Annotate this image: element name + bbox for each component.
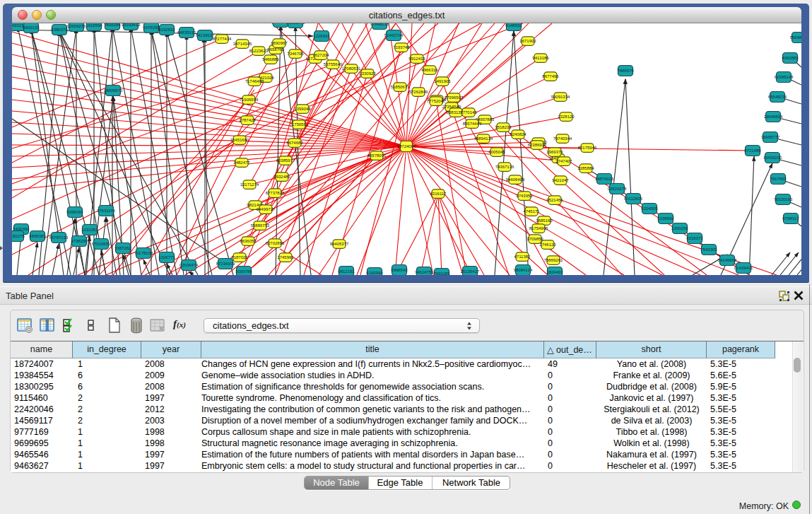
svg-text:3685160: 3685160 [536,218,553,223]
svg-text:9600133: 9600133 [23,25,40,30]
svg-text:2260256: 2260256 [671,226,688,230]
svg-text:55698169: 55698169 [790,35,801,40]
svg-text:6204505: 6204505 [641,206,658,211]
svg-text:4745171: 4745171 [523,209,540,214]
svg-text:00524278: 00524278 [608,187,627,191]
svg-text:79740344: 79740344 [553,136,572,141]
svg-text:81754965: 81754965 [529,226,548,230]
svg-text:85574443: 85574443 [463,122,482,126]
svg-text:53755646: 53755646 [324,62,343,66]
svg-text:62702895: 62702895 [266,241,285,245]
svg-text:76320163: 76320163 [774,197,793,201]
svg-text:17080531: 17080531 [342,66,361,71]
svg-text:96405377: 96405377 [330,242,349,246]
svg-text:7889579: 7889579 [617,69,634,73]
svg-text:86578091: 86578091 [367,153,387,158]
svg-text:9636057: 9636057 [240,239,257,243]
svg-text:15451680: 15451680 [230,138,249,142]
svg-text:7991183: 7991183 [434,271,451,275]
svg-text:55886753: 55886753 [251,223,270,228]
svg-text:6475255: 6475255 [143,25,160,30]
svg-text:61595148: 61595148 [775,75,794,79]
svg-text:1745961: 1745961 [277,255,294,259]
svg-text:57262849: 57262849 [409,90,428,94]
svg-text:8721489: 8721489 [744,148,761,153]
svg-text:1627204: 1627204 [312,53,329,57]
svg-text:80112805: 80112805 [624,197,643,201]
svg-text:5466889: 5466889 [262,57,279,62]
svg-text:1491905: 1491905 [434,79,451,83]
svg-text:37996507: 37996507 [445,95,464,100]
svg-text:0330923: 0330923 [359,71,376,76]
svg-text:74367136: 74367136 [495,165,514,169]
svg-text:4711382: 4711382 [514,255,531,259]
svg-text:3158692: 3158692 [657,216,674,221]
svg-text:2328120: 2328120 [558,115,575,119]
svg-text:62386922: 62386922 [528,143,547,147]
svg-text:71756551: 71756551 [290,122,309,127]
svg-text:49894134: 49894134 [474,136,493,141]
svg-text:18724007: 18724007 [397,144,416,148]
svg-text:3709859: 3709859 [526,237,543,241]
svg-text:1746120: 1746120 [539,243,556,247]
svg-text:96532871: 96532871 [286,23,305,25]
svg-text:28809570: 28809570 [104,88,123,93]
svg-text:7816184: 7816184 [104,23,121,27]
svg-text:8708317: 8708317 [782,216,799,221]
svg-text:29946804: 29946804 [764,115,783,119]
svg-text:02654235: 02654235 [67,24,86,28]
svg-text:81223623: 81223623 [249,49,269,53]
svg-text:9912419: 9912419 [408,57,425,61]
svg-text:65787133: 65787133 [49,235,69,240]
svg-text:6193990: 6193990 [366,271,383,275]
svg-text:2787429: 2787429 [239,118,256,122]
svg-text:93103413: 93103413 [122,23,141,27]
svg-text:60385977: 60385977 [276,158,295,163]
svg-text:25135427: 25135427 [461,269,480,274]
svg-text:13433200: 13433200 [763,156,782,160]
svg-text:4738299: 4738299 [71,239,88,243]
svg-text:65648236: 65648236 [768,95,787,99]
svg-text:9421047: 9421047 [552,178,569,182]
svg-text:36995777: 36995777 [761,135,780,139]
svg-text:5674680: 5674680 [286,141,303,145]
svg-text:8148932: 8148932 [505,23,522,28]
svg-text:4896383: 4896383 [29,234,46,238]
svg-text:4192832: 4192832 [158,28,175,32]
svg-text:51850671: 51850671 [391,85,410,89]
svg-text:9743953: 9743953 [516,194,533,198]
svg-text:01429401: 01429401 [734,266,753,270]
svg-text:3747407: 3747407 [555,159,572,163]
svg-text:99091334: 99091334 [551,95,570,99]
svg-text:67010651: 67010651 [92,242,111,246]
svg-text:3387262: 3387262 [114,246,131,250]
svg-text:3518233: 3518233 [495,125,512,129]
svg-text:1226916: 1226916 [313,34,330,38]
svg-text:37631165: 37631165 [97,209,116,213]
svg-text:87277434: 87277434 [213,37,232,41]
svg-text:7346706: 7346706 [287,52,304,56]
svg-text:4966319: 4966319 [421,68,438,72]
svg-text:1031051: 1031051 [81,228,98,232]
svg-text:51462704: 51462704 [384,33,404,37]
svg-text:1969379: 1969379 [546,150,563,154]
svg-text:02606474: 02606474 [180,263,199,267]
svg-text:97848018: 97848018 [370,23,389,26]
svg-text:34624751: 34624751 [415,270,434,274]
svg-text:9413186: 9413186 [532,56,549,60]
svg-text:3482477: 3482477 [233,160,250,165]
svg-text:7187026: 7187026 [231,255,248,259]
svg-text:77752047: 77752047 [427,99,446,103]
svg-text:7182278: 7182278 [12,234,25,238]
svg-text:6998543: 6998543 [391,268,408,272]
svg-text:3285884: 3285884 [577,166,594,170]
svg-text:8677496: 8677496 [542,74,559,78]
svg-text:0812191: 0812191 [338,269,355,274]
svg-text:82175946: 82175946 [578,146,597,150]
svg-text:34714345: 34714345 [233,42,252,46]
svg-text:5009788: 5009788 [235,269,252,274]
svg-text:75869261: 75869261 [544,258,563,262]
svg-text:4060883: 4060883 [782,56,799,60]
svg-text:7770143: 7770143 [460,110,477,115]
svg-text:7193745: 7193745 [393,45,410,49]
